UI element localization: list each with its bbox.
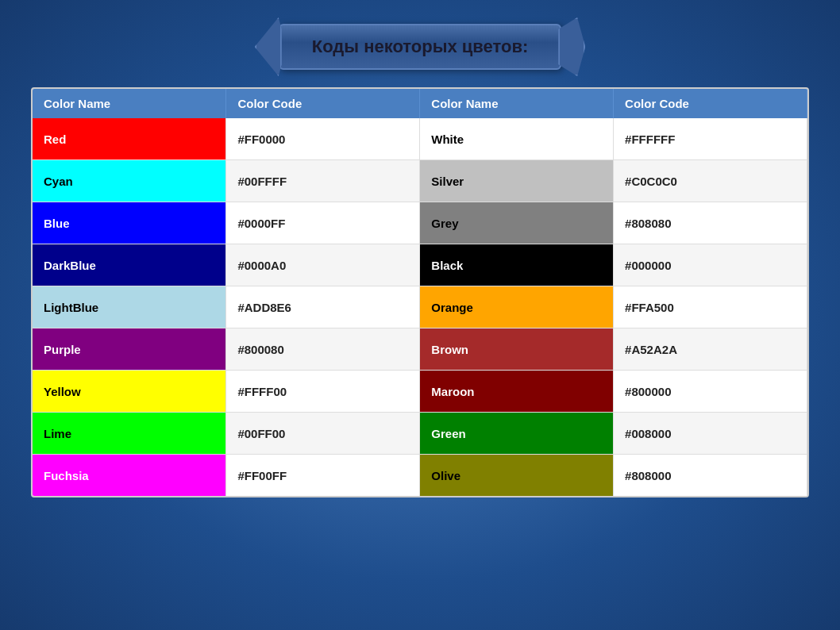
right-color-code: #808000 <box>614 455 807 497</box>
right-color-swatch: Silver <box>420 160 613 202</box>
left-color-swatch: Yellow <box>33 371 225 412</box>
left-color-code: #00FF00 <box>226 413 420 455</box>
title-banner: Коды некоторых цветов: <box>279 24 562 70</box>
table-row: Purple#800080Brown#A52A2A <box>33 328 807 371</box>
right-color-cell: Grey <box>420 202 614 244</box>
header-color-name-left: Color Name <box>33 89 226 118</box>
right-color-swatch: Grey <box>420 202 613 244</box>
table-row: LightBlue#ADD8E6Orange#FFA500 <box>33 286 807 328</box>
left-color-swatch: LightBlue <box>33 286 225 328</box>
left-color-swatch: Cyan <box>33 160 225 202</box>
table-row: Lime#00FF00Green#008000 <box>33 413 807 455</box>
left-color-cell: LightBlue <box>33 286 226 328</box>
right-color-code: #008000 <box>614 413 807 455</box>
left-color-swatch: Red <box>33 118 225 159</box>
right-color-code: #000000 <box>614 244 807 286</box>
left-color-swatch: Blue <box>33 202 225 244</box>
left-color-cell: Fuchsia <box>33 455 226 497</box>
left-color-swatch: Fuchsia <box>33 455 225 496</box>
right-color-code: #800000 <box>614 371 807 413</box>
page-title: Коды некоторых цветов: <box>312 36 529 56</box>
right-color-swatch: Orange <box>420 286 613 328</box>
right-color-swatch: Black <box>420 244 613 286</box>
table-row: Yellow#FFFF00Maroon#800000 <box>33 371 807 413</box>
left-color-code: #ADD8E6 <box>226 286 420 328</box>
right-color-code: #C0C0C0 <box>614 160 807 202</box>
left-color-cell: Blue <box>33 202 226 244</box>
right-color-cell: Brown <box>420 328 614 371</box>
left-color-swatch: Purple <box>33 328 225 370</box>
left-color-swatch: Lime <box>33 413 225 454</box>
left-color-code: #FF0000 <box>226 118 420 160</box>
table-row: Cyan#00FFFFSilver#C0C0C0 <box>33 160 807 202</box>
left-color-code: #0000A0 <box>226 244 420 286</box>
table-row: Blue#0000FFGrey#808080 <box>33 202 807 244</box>
color-table-wrapper: Color Name Color Code Color Name Color C… <box>31 87 809 497</box>
left-color-code: #800080 <box>226 328 420 371</box>
left-color-code: #0000FF <box>226 202 420 244</box>
left-color-cell: Purple <box>33 328 226 371</box>
right-color-swatch: Green <box>420 413 613 454</box>
right-color-swatch: White <box>420 118 613 159</box>
right-color-cell: Silver <box>420 160 614 202</box>
right-color-code: #A52A2A <box>614 328 807 371</box>
color-table: Color Name Color Code Color Name Color C… <box>33 89 807 496</box>
right-color-code: #FFA500 <box>614 286 807 328</box>
right-color-cell: Orange <box>420 286 614 328</box>
right-color-cell: Black <box>420 244 614 286</box>
right-color-code: #808080 <box>614 202 807 244</box>
right-color-cell: Maroon <box>420 371 614 413</box>
right-color-code: #FFFFFF <box>614 118 807 160</box>
table-header-row: Color Name Color Code Color Name Color C… <box>33 89 807 118</box>
left-color-code: #FFFF00 <box>226 371 420 413</box>
right-color-cell: Olive <box>420 455 614 497</box>
header-color-code-right: Color Code <box>614 89 807 118</box>
right-color-swatch: Maroon <box>420 371 613 412</box>
table-row: DarkBlue#0000A0Black#000000 <box>33 244 807 286</box>
table-row: Fuchsia#FF00FFOlive#808000 <box>33 455 807 497</box>
left-color-swatch: DarkBlue <box>33 244 225 286</box>
left-color-cell: Yellow <box>33 371 226 413</box>
table-row: Red#FF0000White#FFFFFF <box>33 118 807 160</box>
left-color-cell: Lime <box>33 413 226 455</box>
left-color-code: #FF00FF <box>226 455 420 497</box>
right-color-cell: White <box>420 118 614 160</box>
header-color-code-left: Color Code <box>226 89 420 118</box>
right-color-swatch: Brown <box>420 328 613 370</box>
left-color-cell: Red <box>33 118 226 160</box>
left-color-cell: Cyan <box>33 160 226 202</box>
left-color-cell: DarkBlue <box>33 244 226 286</box>
left-color-code: #00FFFF <box>226 160 420 202</box>
right-color-swatch: Olive <box>420 455 613 496</box>
right-color-cell: Green <box>420 413 614 455</box>
header-color-name-right: Color Name <box>420 89 614 118</box>
